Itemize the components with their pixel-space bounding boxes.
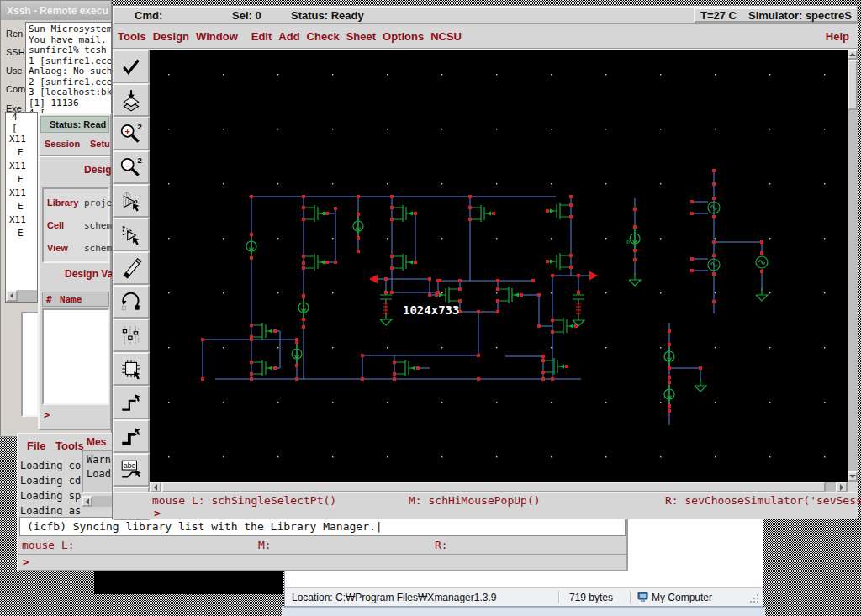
mosfet[interactable]: [390, 205, 417, 222]
ciw-input-row[interactable]: >: [18, 555, 626, 570]
stretch-button[interactable]: [113, 184, 150, 218]
wire-narrow-button[interactable]: [113, 386, 150, 419]
desktop: { "colors": { "wire_blue": "#5c85dd", "d…: [0, 0, 861, 616]
menu-add[interactable]: Add: [275, 29, 303, 45]
zoom-in-2x-button[interactable]: + 2: [113, 117, 150, 150]
scroll-left-arrow-icon[interactable]: [150, 482, 161, 492]
menu-window[interactable]: Window: [193, 29, 241, 45]
vscroll-thumb[interactable]: [848, 60, 858, 110]
scroll-up-arrow-icon[interactable]: [848, 50, 858, 60]
mosfet[interactable]: [250, 323, 277, 340]
menu-design[interactable]: Design: [150, 29, 193, 45]
ciw-mouse-bar: mouse L: M: R:: [18, 536, 626, 555]
canvas-hscrollbar[interactable]: [150, 482, 848, 492]
scroll-left-arrow-icon[interactable]: [82, 496, 92, 507]
resize-grip[interactable]: [749, 593, 759, 603]
scroll-right-arrow-icon[interactable]: [836, 482, 848, 492]
ciw-output-row[interactable]: (icfb) Syncing library list with the Lib…: [19, 517, 626, 536]
terminal-line: 3 [localhost:bkim: [29, 87, 111, 98]
ade-library-label: Library: [47, 197, 78, 208]
mosfet[interactable]: [496, 287, 523, 303]
banner-sim-box: T=27 C Simulator: spectreS: [694, 8, 858, 23]
hierarchy-hscrollbar[interactable]: [6, 290, 37, 302]
check-and-save-button[interactable]: [113, 50, 150, 83]
selected-resistor[interactable]: [576, 301, 581, 316]
ade-design-groupbox: Library projec Cell schem_ View schema: [42, 187, 109, 263]
hierarchy-line: X11: [6, 134, 37, 148]
mosfet[interactable]: [302, 205, 329, 222]
undo-button[interactable]: [113, 285, 150, 319]
ade-menu-session[interactable]: Session: [41, 137, 83, 150]
mosfet[interactable]: [541, 358, 568, 375]
ground-symbol[interactable]: [695, 379, 706, 392]
menu-tools[interactable]: Tools: [114, 29, 150, 45]
schematic-prompt-line[interactable]: >: [113, 507, 858, 519]
voltage-source[interactable]: [708, 254, 720, 276]
menu-edit[interactable]: Edit: [248, 29, 276, 45]
chip-instance-icon: [119, 357, 143, 381]
input-port-marker[interactable]: [369, 275, 378, 284]
ade-menu-setup[interactable]: Setu: [87, 137, 114, 150]
current-source[interactable]: [664, 343, 674, 370]
copy-button[interactable]: [113, 218, 150, 251]
mosfet[interactable]: [546, 203, 573, 219]
my-computer-label[interactable]: My Computer: [652, 592, 712, 603]
schematic-canvas[interactable]: m 861x616: [150, 50, 848, 482]
save-button[interactable]: [113, 83, 150, 117]
bias-label: m: [626, 238, 630, 245]
scroll-left-arrow-icon[interactable]: [6, 290, 18, 302]
current-source[interactable]: [664, 381, 674, 408]
svg-text:2: 2: [138, 155, 142, 165]
ciw-mouse-left: mouse L:: [22, 539, 75, 551]
hierarchy-window[interactable]: 4 [ X11 E X11 E X11 E X11 E: [5, 112, 38, 303]
hierarchy-line: X11: [6, 188, 37, 202]
mosfet[interactable]: [393, 360, 420, 376]
mosfet[interactable]: [250, 360, 277, 376]
wire-wide-button[interactable]: [113, 419, 150, 453]
menu-ncsu[interactable]: NCSU: [427, 29, 465, 45]
canvas-vscrollbar[interactable]: [848, 50, 858, 482]
properties-button[interactable]: [113, 319, 150, 352]
xmanager-statusbar: Location: C:₩Program Files₩Xmanager1.3.9…: [285, 587, 763, 606]
circuit-drawing: m 861x616: [150, 50, 848, 482]
ground-symbol[interactable]: [756, 288, 768, 301]
hierarchy-line: [: [6, 124, 37, 134]
hierarchy-line: E: [6, 229, 37, 242]
menu-sheet[interactable]: Sheet: [343, 29, 379, 45]
ade-col-hash: #: [46, 294, 52, 305]
scroll-down-arrow-icon[interactable]: [848, 471, 858, 482]
instance-button[interactable]: [113, 352, 150, 386]
menu-check[interactable]: Check: [304, 29, 343, 45]
selected-resistor[interactable]: [383, 301, 388, 316]
ground-symbol[interactable]: [629, 273, 641, 286]
current-source[interactable]: [630, 225, 640, 252]
wire-label-button[interactable]: abc: [113, 453, 150, 487]
ciw-menu-file[interactable]: File: [24, 438, 49, 454]
voltage-source[interactable]: [708, 197, 720, 218]
ade-section-title: Design Va: [65, 268, 113, 280]
hierarchy-line: E: [6, 202, 37, 215]
xssh-list-box[interactable]: [21, 312, 39, 417]
xssh-field-label: SSH: [6, 47, 25, 57]
current-source[interactable]: [292, 340, 302, 367]
xssh-titlebar[interactable]: Xssh - Remote execu: [1, 1, 111, 20]
grid-dots: [168, 74, 825, 457]
menu-options[interactable]: Options: [379, 29, 427, 45]
mosfet[interactable]: [435, 287, 462, 303]
zoom-out-2x-button[interactable]: - 2: [113, 150, 150, 184]
ade-output-list[interactable]: [42, 308, 109, 405]
hierarchy-line: X11: [6, 215, 37, 229]
ade-col-name: Name: [60, 294, 82, 305]
current-source[interactable]: [353, 213, 363, 240]
hscroll-thumb[interactable]: [161, 482, 826, 492]
mosfet[interactable]: [546, 253, 573, 270]
mosfet[interactable]: [390, 254, 417, 271]
output-port-marker[interactable]: [589, 271, 598, 281]
voltage-source[interactable]: [756, 251, 768, 273]
mosfet[interactable]: [302, 254, 329, 271]
delete-button[interactable]: [113, 251, 150, 285]
mosfet[interactable]: [468, 205, 495, 222]
menu-help[interactable]: Help: [822, 29, 853, 45]
terminal-line: Anlaog: No such f: [29, 66, 111, 77]
current-source[interactable]: [246, 233, 256, 260]
